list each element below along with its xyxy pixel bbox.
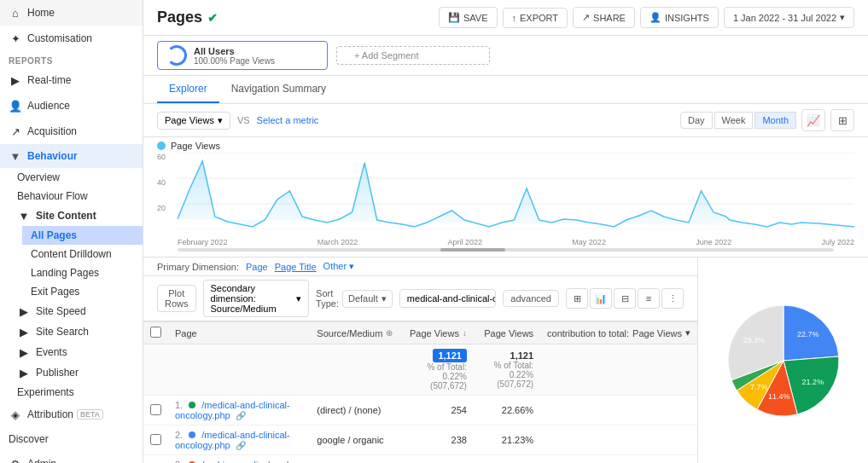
sidebar-item-all-pages[interactable]: All Pages (22, 226, 143, 245)
tab-explorer-label: Explorer (169, 83, 207, 95)
acquisition-icon: ↗ (9, 124, 22, 138)
plot-rows-button[interactable]: Plot Rows (157, 285, 196, 312)
sidebar-item-content-drilldown[interactable]: Content Drilldown (22, 245, 143, 263)
sidebar-item-site-content[interactable]: ▼ Site Content (9, 205, 143, 226)
chart-toolbar: Page Views ▾ VS Select a metric Day Week… (143, 104, 868, 137)
primary-dim-other-link[interactable]: Other ▾ (323, 261, 355, 272)
external-link-icon[interactable]: 🔗 (236, 441, 246, 450)
sort-default-select[interactable]: Default ▾ (342, 290, 393, 308)
sidebar-item-home[interactable]: ⌂ Home (0, 0, 143, 26)
site-speed-label: Site Speed (36, 305, 86, 317)
external-link-icon[interactable]: 🔗 (236, 411, 246, 420)
day-button[interactable]: Day (680, 112, 713, 129)
sidebar-item-exit-pages[interactable]: Exit Pages (22, 282, 143, 301)
attribution-icon: ◈ (9, 408, 22, 421)
insights-icon: 👤 (650, 12, 661, 23)
sidebar-item-customisation[interactable]: ✦ Customisation (0, 26, 143, 51)
page-views-sort-button[interactable]: Page Views ↓ (406, 328, 467, 339)
add-segment-button[interactable]: + Add Segment (336, 46, 490, 65)
sidebar-item-landing-pages[interactable]: Landing Pages (22, 263, 143, 282)
chart-svg (178, 153, 854, 229)
all-users-segment[interactable]: All Users 100.00% Page Views (157, 41, 328, 70)
sidebar-item-publisher[interactable]: ▶ Publisher (9, 362, 143, 383)
line-chart-icon[interactable]: 📈 (801, 109, 825, 131)
chart-scrollbar[interactable] (178, 248, 834, 252)
tab-explorer[interactable]: Explorer (157, 76, 219, 103)
x-feb: February 2022 (178, 238, 228, 246)
sidebar-item-discover[interactable]: Discover (0, 427, 143, 451)
insights-button[interactable]: 👤 INSIGHTS (640, 7, 719, 28)
grid-view-button[interactable]: ⊞ (566, 288, 588, 309)
sidebar-item-attribution[interactable]: ◈ Attribution BETA (0, 402, 143, 427)
page-views2-sort-button[interactable]: Page Views (481, 328, 533, 339)
sidebar-realtime-label: Real-time (27, 74, 71, 86)
table-row: 1. /medical-and-clinical-oncology.php 🔗 … (143, 396, 697, 425)
source-medium-col-header: Source/Medium ⊕ (310, 322, 399, 344)
primary-dim-label: Primary Dimension: (157, 262, 239, 272)
contribution-metric-label: Page Views (632, 328, 682, 339)
header-actions: 💾 SAVE ↑ EXPORT ↗ SHARE 👤 INSIGHTS 1 Jan… (439, 7, 854, 28)
sidebar-item-admin[interactable]: ⚙ Admin (0, 451, 143, 463)
x-apr: April 2022 (448, 238, 483, 246)
primary-dim-page-link[interactable]: Page (246, 262, 268, 272)
more-options-button[interactable]: ⋮ (661, 288, 684, 309)
sidebar-item-behaviour[interactable]: ▼ Behaviour (0, 144, 143, 168)
audience-icon: 👤 (9, 99, 22, 113)
metric-selector[interactable]: Page Views ▾ (157, 112, 230, 130)
month-button[interactable]: Month (754, 112, 796, 129)
total-page-views2-pct: % of Total: 0.22% (507,672) (481, 361, 533, 389)
site-content-icon: ▼ (17, 209, 31, 223)
sort-chevron: ▾ (382, 293, 387, 304)
pivot-view-button[interactable]: ⊟ (614, 288, 636, 309)
sidebar-item-overview[interactable]: Overview (9, 168, 143, 187)
row-checkbox[interactable] (150, 434, 161, 445)
sidebar-item-audience[interactable]: 👤 Audience (0, 93, 143, 119)
chart-scrollbar-thumb (440, 248, 506, 252)
sidebar-item-behaviour-flow[interactable]: Behaviour Flow (9, 187, 143, 205)
y-label-60: 60 (157, 153, 178, 161)
pie-label: 29.3% (743, 335, 765, 344)
total-page-views-pct: % of Total: 0.22% (507,672) (406, 362, 467, 391)
source-medium-sort-button[interactable]: Source/Medium ⊕ (317, 328, 393, 339)
share-button[interactable]: ↗ SHARE (573, 7, 635, 28)
save-button[interactable]: 💾 SAVE (439, 7, 498, 28)
page-sort-button[interactable]: Page (175, 328, 303, 339)
compare-view-button[interactable]: ≡ (638, 288, 660, 309)
tab-navigation-summary[interactable]: Navigation Summary (219, 76, 338, 103)
sidebar-item-events[interactable]: ▶ Events (9, 342, 143, 362)
week-button[interactable]: Week (714, 112, 754, 129)
sidebar-behaviour-label: Behaviour (27, 150, 78, 162)
secondary-dim-selector[interactable]: Secondary dimension: Source/Medium ▾ (203, 280, 310, 317)
row-checkbox-cell (143, 396, 168, 425)
page-views2-col-header: Page Views (474, 322, 540, 344)
total-page-cell (168, 344, 310, 396)
site-search-label: Site Search (36, 326, 89, 338)
sidebar-item-site-speed[interactable]: ▶ Site Speed (9, 301, 143, 321)
search-input[interactable] (400, 291, 496, 306)
table-chart-icon[interactable]: ⊞ (830, 109, 854, 131)
export-icon: ↑ (512, 13, 517, 23)
page-views-sort-icon: ↓ (463, 328, 467, 338)
chart-view-button[interactable]: 📊 (590, 288, 612, 309)
advanced-button[interactable]: advanced (503, 290, 559, 307)
chart-area: Page Views 60 40 20 (143, 137, 868, 258)
row-num-page: 2. /medical-and-clinical-oncology.php 🔗 (168, 425, 310, 455)
row-contribution (540, 455, 697, 464)
select-metric-link[interactable]: Select a metric (257, 115, 319, 125)
row-checkbox[interactable] (150, 404, 161, 415)
sidebar-item-realtime[interactable]: ▶ Real-time (0, 67, 143, 93)
source-medium-header-label: Source/Medium (317, 328, 382, 339)
sidebar-item-experiments[interactable]: Experiments (9, 383, 143, 402)
secondary-dim-label: Secondary dimension: Source/Medium (211, 283, 294, 314)
sidebar-item-acquisition[interactable]: ↗ Acquisition (0, 119, 143, 144)
date-range-picker[interactable]: 1 Jan 2022 - 31 Jul 2022 ▾ (724, 7, 854, 28)
select-all-checkbox[interactable] (150, 327, 161, 338)
sidebar-audience-label: Audience (27, 100, 70, 112)
primary-dim-title-link[interactable]: Page Title (275, 262, 317, 272)
page-views2-header-label: Page Views (484, 328, 533, 339)
contribution-chevron: ▾ (685, 327, 690, 339)
metric-label: Page Views (165, 115, 214, 125)
export-button[interactable]: ↑ EXPORT (503, 8, 568, 28)
sidebar-item-site-search[interactable]: ▶ Site Search (9, 321, 143, 342)
row-color-dot (189, 402, 195, 408)
